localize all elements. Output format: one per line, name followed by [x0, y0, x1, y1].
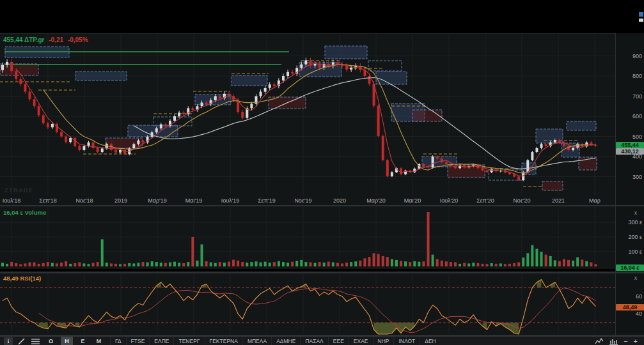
symbol-tabs: ΓΔFTSEΕΛΠΕΤΕΝΕΡΓΓΕΚΤΕΡΝΑΜΠΕΛΑΑΔΜΗΕΠΑΣΑΛΕ… — [110, 337, 441, 345]
pane-separator[interactable] — [0, 272, 644, 273]
volume-bars-icon — [609, 338, 618, 345]
symbol-tab-ΔΕΗ[interactable]: ΔΕΗ — [420, 337, 441, 345]
timeframe-tab-Η[interactable]: Η — [61, 337, 73, 345]
timeframe-tab-Μ[interactable]: Μ — [93, 337, 105, 345]
instrument-symbol: ΔTP.gr — [24, 36, 44, 43]
date-axis-label: 2021 — [540, 197, 576, 204]
date-axis-label: Σεπ'20 — [467, 197, 503, 204]
date-axis-label: Μαι'20 — [395, 197, 430, 204]
symbol-tab-ΙΝΛΟΤ[interactable]: ΙΝΛΟΤ — [393, 337, 420, 345]
date-axis-label: Ιουλ'19 — [212, 197, 248, 204]
last-price: 455,44 — [3, 36, 23, 43]
volume-pane[interactable] — [0, 206, 615, 269]
volume-toggle-button[interactable] — [609, 338, 618, 345]
scrollbar-thumb[interactable] — [639, 19, 643, 22]
symbol-tab-ΠΑΣΑΛ[interactable]: ΠΑΣΑΛ — [300, 337, 327, 345]
draw-line-button[interactable] — [15, 337, 27, 345]
rsi-badge: 48,49 — [616, 304, 644, 310]
volume-axis-label: 200 ε — [616, 234, 642, 240]
date-axis-label: Νοε'18 — [67, 197, 102, 204]
volume-badge: 16,04 ε — [616, 264, 644, 271]
trading-app-window: 455,44 ΔTP.gr -0,21 -0,05% ZTRADE 16,04 … — [0, 0, 644, 345]
symbol-tab-ΕΛΠΕ[interactable]: ΕΛΠΕ — [149, 337, 173, 345]
chart-type-button[interactable] — [595, 338, 604, 345]
info-icon: i — [8, 338, 10, 344]
price-axis-label: 300 — [616, 174, 642, 180]
price-axis-label: 600 — [616, 113, 642, 119]
rsi-panel-header: 48,49 RSI(14) — [3, 275, 41, 282]
date-axis-label: 2019 — [103, 197, 139, 204]
symbol-tab-ΕΕΕ[interactable]: ΕΕΕ — [328, 337, 349, 345]
pane-separator[interactable] — [0, 205, 644, 206]
symbol-tab-ΜΠΕΛΑ[interactable]: ΜΠΕΛΑ — [242, 337, 271, 345]
volume-axis-label: 100 ε — [616, 249, 642, 255]
minus-icon: − — [624, 337, 627, 345]
last-price-badge: 455,44 — [616, 142, 644, 148]
bottom-toolbar: i ΩΗΕΜ ΓΔFTSEΕΛΠΕΤΕΝΕΡΓΓΕΚΤΕΡΝΑΜΠΕΛΑΑΔΜΗ… — [0, 336, 644, 345]
symbol-tab-ΑΔΜΗΕ[interactable]: ΑΔΜΗΕ — [271, 337, 300, 345]
rsi-axis-label: 40 — [616, 310, 642, 317]
price-chart-pane[interactable] — [0, 33, 615, 195]
date-axis-label: Σεπ'19 — [249, 197, 285, 204]
zoom-out-button[interactable]: − — [624, 337, 627, 345]
rsi-pane[interactable] — [0, 273, 615, 335]
rsi-panel-close-button[interactable]: x — [632, 275, 640, 282]
timeframe-tab-Ω[interactable]: Ω — [45, 337, 57, 345]
scrollbar-thumb[interactable] — [639, 12, 643, 17]
date-axis-label: Μαρ'20 — [358, 197, 394, 204]
date-axis-label: 2020 — [322, 197, 357, 204]
date-axis-label: Νοε'19 — [285, 197, 321, 204]
price-change-pct: -0,05% — [68, 36, 88, 43]
line-chart-icon — [595, 338, 604, 345]
prev-close-badge: 430,12 — [616, 148, 644, 155]
symbol-tab-ΕΧΑΕ[interactable]: ΕΧΑΕ — [349, 337, 373, 345]
price-axis-label: 900 — [616, 53, 642, 59]
date-axis-label: Ιουλ'20 — [431, 197, 467, 204]
date-axis-label: Ιουλ'18 — [0, 197, 29, 204]
info-button[interactable]: i — [4, 337, 13, 345]
symbol-tab-FTSE[interactable]: FTSE — [126, 337, 150, 345]
watchlist-icon — [31, 338, 40, 344]
date-axis-label: Μαι'19 — [176, 197, 212, 204]
volume-panel-header: 16,04 ε Volume — [3, 209, 46, 216]
price-axis-label: 500 — [616, 134, 642, 140]
chart-controls: − + — [595, 337, 638, 345]
draw-line-icon — [18, 338, 25, 345]
price-axis-label: 700 — [616, 93, 642, 100]
date-axis-label: Σεπ'18 — [30, 197, 66, 204]
rsi-axis-label: 60 — [616, 293, 642, 300]
date-axis-label: Νοε'20 — [504, 197, 540, 204]
date-axis-label: Μαρ — [577, 197, 613, 204]
zoom-in-button[interactable]: + — [634, 337, 638, 345]
timeframe-tab-Ε[interactable]: Ε — [77, 337, 89, 345]
date-axis-label: Μαρ'19 — [139, 197, 175, 204]
price-change: -0,21 — [49, 36, 63, 43]
symbol-tab-ΓΕΚΤΕΡΝΑ[interactable]: ΓΕΚΤΕΡΝΑ — [205, 337, 242, 345]
volume-panel-close-button[interactable]: x — [632, 210, 640, 217]
symbol-tab-ΓΔ[interactable]: ΓΔ — [110, 337, 126, 345]
symbol-tab-ΤΕΝΕΡΓ[interactable]: ΤΕΝΕΡΓ — [173, 337, 204, 345]
price-axis-label: 800 — [616, 73, 642, 79]
volume-axis-label: 300 ε — [616, 219, 642, 226]
instrument-ticker: 455,44 ΔTP.gr -0,21 -0,05% — [3, 36, 88, 43]
plus-icon: + — [634, 337, 638, 345]
timeframe-tabs: ΩΗΕΜ — [41, 337, 105, 345]
platform-watermark: ZTRADE — [4, 187, 34, 194]
symbol-tab-ΝΗΡ[interactable]: ΝΗΡ — [373, 337, 394, 345]
watchlist-button[interactable] — [29, 337, 41, 345]
